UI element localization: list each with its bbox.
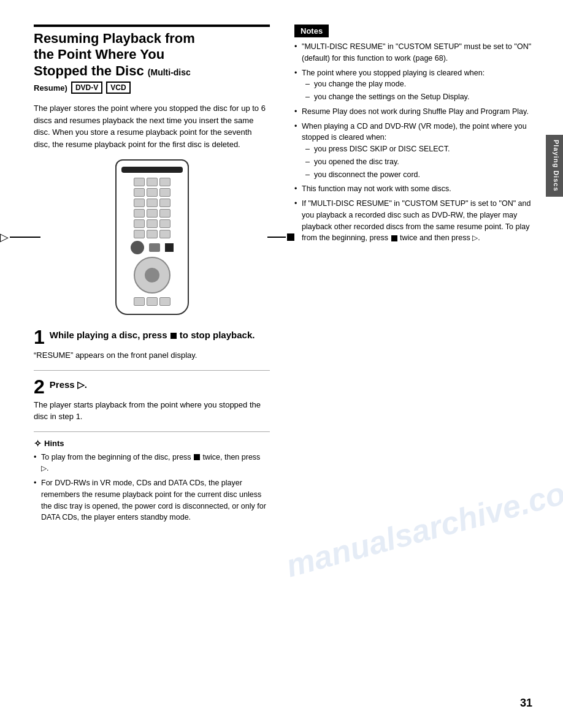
note-4c: you disconnect the power cord.	[305, 169, 545, 181]
hint-item-1: To play from the beginning of the disc, …	[34, 452, 270, 475]
stop-circle	[131, 241, 144, 254]
nav-wheel	[134, 257, 170, 294]
hints-section: ✧ Hints To play from the beginning of th…	[34, 438, 270, 524]
section-body: The player stores the point where you st…	[34, 102, 270, 150]
note-6: If "MULTI-DISC RESUME" in "CUSTOM SETUP"…	[294, 198, 545, 244]
step-2: 2 Press ▷. The player starts playback fr…	[34, 377, 270, 423]
step-2-number: 2	[34, 377, 45, 396]
step-2-body: The player starts playback from the poin…	[34, 399, 270, 423]
note-2: The point where you stopped playing is c…	[294, 67, 545, 103]
step-divider	[34, 370, 270, 371]
stop-icon-note6	[391, 235, 397, 241]
hints-header: ✧ Hints	[34, 438, 270, 449]
notes-list: "MULTI-DISC RESUME" in "CUSTOM SETUP" mu…	[294, 41, 545, 244]
remote-button-rows	[121, 178, 183, 238]
note-2-sublist: you change the play mode. you change the…	[302, 78, 545, 103]
note-4: When playing a CD and DVD-RW (VR mode), …	[294, 121, 545, 181]
step-1-body: “RESUME” appears on the front panel disp…	[34, 349, 270, 362]
step-1: 1 While playing a disc, press to stop pl…	[34, 327, 270, 362]
title-line1: Resuming Playback from	[34, 31, 195, 46]
note-4-sublist: you press DISC SKIP or DISC SELECT. you …	[302, 143, 545, 180]
title-line3: Stopped the Disc	[34, 63, 144, 78]
hint-item-2: For DVD-RWs in VR mode, CDs and DATA CDs…	[34, 477, 270, 523]
sidebar-label: Playing Discs	[546, 135, 563, 197]
remote-body	[115, 159, 189, 315]
step-1-number: 1	[34, 327, 45, 347]
badge-row: Resume) DVD-V VCD	[34, 82, 270, 94]
notes-header: Notes	[294, 25, 329, 37]
right-column: Notes "MULTI-DISC RESUME" in "CUSTOM SET…	[282, 25, 563, 703]
page-number: 31	[520, 697, 532, 710]
stop-icon-step1	[170, 333, 177, 339]
step-2-title: Press ▷.	[50, 377, 87, 391]
stop-icon-hint1	[194, 454, 200, 460]
step-1-title: While playing a disc, press to stop play…	[50, 327, 255, 341]
note-3: Resume Play does not work during Shuffle…	[294, 106, 545, 118]
hints-list: To play from the beginning of the disc, …	[34, 452, 270, 524]
note-2b: you change the settings on the Setup Dis…	[305, 91, 545, 103]
remote-diagram: ▷	[34, 159, 270, 315]
note-1: "MULTI-DISC RESUME" in "CUSTOM SETUP" mu…	[294, 41, 545, 64]
remote-top-bar	[121, 167, 183, 173]
title-subtitle: (Multi-disc	[148, 67, 191, 77]
stop-play-area	[121, 241, 183, 254]
note-4b: you opened the disc tray.	[305, 156, 545, 168]
center-btn	[149, 243, 160, 252]
note-2a: you change the play mode.	[305, 78, 545, 90]
nav-inner	[145, 268, 159, 282]
hints-divider	[34, 431, 270, 432]
vcd-badge: VCD	[106, 82, 130, 94]
title-line4: Resume)	[34, 83, 67, 93]
notes-box: Notes "MULTI-DISC RESUME" in "CUSTOM SET…	[294, 25, 545, 244]
hints-title: Hints	[44, 439, 64, 448]
dvd-badge: DVD-V	[71, 82, 102, 94]
square-btn	[165, 243, 174, 252]
stop-line-right	[267, 233, 294, 241]
play-arrow-left: ▷	[0, 230, 40, 244]
note-4a: you press DISC SKIP or DISC SELECT.	[305, 143, 545, 155]
title-line2: the Point Where You	[34, 47, 164, 62]
note-5: This function may not work with some dis…	[294, 183, 545, 195]
section-title: Resuming Playback from the Point Where Y…	[34, 25, 270, 79]
left-column: Resuming Playback from the Point Where Y…	[0, 25, 282, 703]
